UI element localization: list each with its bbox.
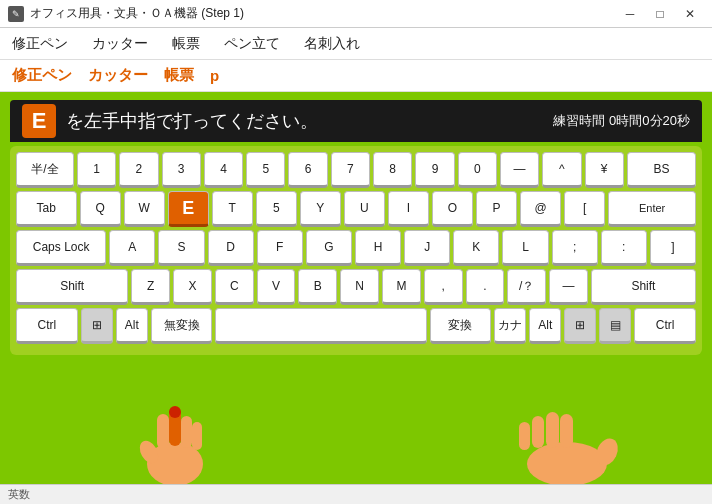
key-semicolon[interactable]: ; (552, 230, 598, 266)
key-f[interactable]: F (257, 230, 303, 266)
key-l[interactable]: L (502, 230, 548, 266)
key-p[interactable]: P (476, 191, 517, 227)
key-0[interactable]: 0 (458, 152, 497, 188)
svg-rect-2 (157, 414, 169, 449)
title-bar: ✎ オフィス用具・文具・ＯＡ機器 (Step 1) ─ □ ✕ (0, 0, 712, 28)
key-enter[interactable]: Enter (608, 191, 696, 227)
keyboard-area: E を左手中指で打ってください。 練習時間 0時間0分20秒 半/全 1 2 3… (0, 92, 712, 404)
key-backslash[interactable]: — (549, 269, 588, 305)
key-y[interactable]: Y (300, 191, 341, 227)
key-shift-left[interactable]: Shift (16, 269, 128, 305)
key-alt-right[interactable]: Alt (529, 308, 561, 344)
key-e-highlight[interactable]: E (168, 191, 209, 227)
key-d[interactable]: D (208, 230, 254, 266)
key-at[interactable]: @ (520, 191, 561, 227)
key-period[interactable]: . (466, 269, 505, 305)
key-6[interactable]: 6 (288, 152, 327, 188)
timer-display: 練習時間 0時間0分20秒 (553, 112, 690, 130)
key-g[interactable]: G (306, 230, 352, 266)
key-j[interactable]: J (404, 230, 450, 266)
orange-item-1: 修正ペン (12, 66, 72, 85)
key-ctrl-right[interactable]: Ctrl (634, 308, 696, 344)
menu-item-1[interactable]: 修正ペン (12, 35, 68, 53)
instruction-bar: E を左手中指で打ってください。 練習時間 0時間0分20秒 (10, 100, 702, 142)
key-win-left[interactable]: ⊞ (81, 308, 113, 344)
key-kana[interactable]: カナ (494, 308, 526, 344)
key-b[interactable]: B (298, 269, 337, 305)
svg-point-7 (527, 442, 607, 484)
key-minus[interactable]: — (500, 152, 539, 188)
menu-bar: 修正ペン カッター 帳票 ペン立て 名刺入れ (0, 28, 712, 60)
menu-item-4[interactable]: ペン立て (224, 35, 280, 53)
key-henkan[interactable]: 変換 (430, 308, 492, 344)
key-5r[interactable]: 5 (256, 191, 297, 227)
key-k[interactable]: K (453, 230, 499, 266)
key-s[interactable]: S (158, 230, 204, 266)
key-alt-left[interactable]: Alt (116, 308, 148, 344)
svg-rect-9 (519, 422, 530, 450)
left-hand (130, 404, 220, 484)
key-tab[interactable]: Tab (16, 191, 77, 227)
orange-item-3: 帳票 (164, 66, 194, 85)
key-q[interactable]: Q (80, 191, 121, 227)
orange-bar: 修正ペン カッター 帳票 p (0, 60, 712, 92)
key-bracket-close[interactable]: ] (650, 230, 696, 266)
key-capslock[interactable]: Caps Lock (16, 230, 106, 266)
key-v[interactable]: V (257, 269, 296, 305)
key-t[interactable]: T (212, 191, 253, 227)
key-o[interactable]: O (432, 191, 473, 227)
key-8[interactable]: 8 (373, 152, 412, 188)
key-space[interactable] (215, 308, 426, 344)
key-ctrl-left[interactable]: Ctrl (16, 308, 78, 344)
key-menu[interactable]: ▤ (599, 308, 631, 344)
key-2[interactable]: 2 (119, 152, 158, 188)
title-bar-left: ✎ オフィス用具・文具・ＯＡ機器 (Step 1) (8, 5, 244, 22)
key-i[interactable]: I (388, 191, 429, 227)
key-5[interactable]: 5 (246, 152, 285, 188)
key-yen[interactable]: ¥ (585, 152, 624, 188)
key-row-2: Tab Q W E T 5 Y U I O P @ [ Enter (16, 191, 696, 227)
window-title: オフィス用具・文具・ＯＡ機器 (Step 1) (30, 5, 244, 22)
close-button[interactable]: ✕ (676, 4, 704, 24)
key-a[interactable]: A (109, 230, 155, 266)
key-n[interactable]: N (340, 269, 379, 305)
key-w[interactable]: W (124, 191, 165, 227)
status-bar: 英数 (0, 484, 712, 504)
key-row-3: Caps Lock A S D F G H J K L ; : ] (16, 230, 696, 266)
key-x[interactable]: X (173, 269, 212, 305)
minimize-button[interactable]: ─ (616, 4, 644, 24)
menu-item-3[interactable]: 帳票 (172, 35, 200, 53)
title-bar-controls[interactable]: ─ □ ✕ (616, 4, 704, 24)
key-hankaku[interactable]: 半/全 (16, 152, 74, 188)
key-bs[interactable]: BS (627, 152, 696, 188)
key-comma[interactable]: , (424, 269, 463, 305)
menu-item-5[interactable]: 名刺入れ (304, 35, 360, 53)
key-row-5: Ctrl ⊞ Alt 無変換 変換 カナ Alt ⊞ ▤ Ctrl (16, 308, 696, 344)
key-9[interactable]: 9 (415, 152, 454, 188)
maximize-button[interactable]: □ (646, 4, 674, 24)
main-content: 修正ペン カッター 帳票 ペン立て 名刺入れ 修正ペン カッター 帳票 p E … (0, 28, 712, 504)
key-muhenkan[interactable]: 無変換 (151, 308, 213, 344)
key-u[interactable]: U (344, 191, 385, 227)
key-z[interactable]: Z (131, 269, 170, 305)
key-row-1: 半/全 1 2 3 4 5 6 7 8 9 0 — ^ ¥ BS (16, 152, 696, 188)
key-slash[interactable]: /？ (507, 269, 546, 305)
key-1[interactable]: 1 (77, 152, 116, 188)
menu-item-2[interactable]: カッター (92, 35, 148, 53)
key-h[interactable]: H (355, 230, 401, 266)
svg-rect-4 (181, 416, 192, 448)
instruction-left: E を左手中指で打ってください。 (22, 104, 318, 138)
orange-item-2: カッター (88, 66, 148, 85)
key-3[interactable]: 3 (162, 152, 201, 188)
key-m[interactable]: M (382, 269, 421, 305)
svg-rect-5 (192, 422, 202, 450)
key-c[interactable]: C (215, 269, 254, 305)
key-caret[interactable]: ^ (542, 152, 581, 188)
key-colon[interactable]: : (601, 230, 647, 266)
key-bracket-open[interactable]: [ (564, 191, 605, 227)
key-4[interactable]: 4 (204, 152, 243, 188)
key-shift-right[interactable]: Shift (591, 269, 696, 305)
key-7[interactable]: 7 (331, 152, 370, 188)
app-icon: ✎ (8, 6, 24, 22)
key-win-right[interactable]: ⊞ (564, 308, 596, 344)
